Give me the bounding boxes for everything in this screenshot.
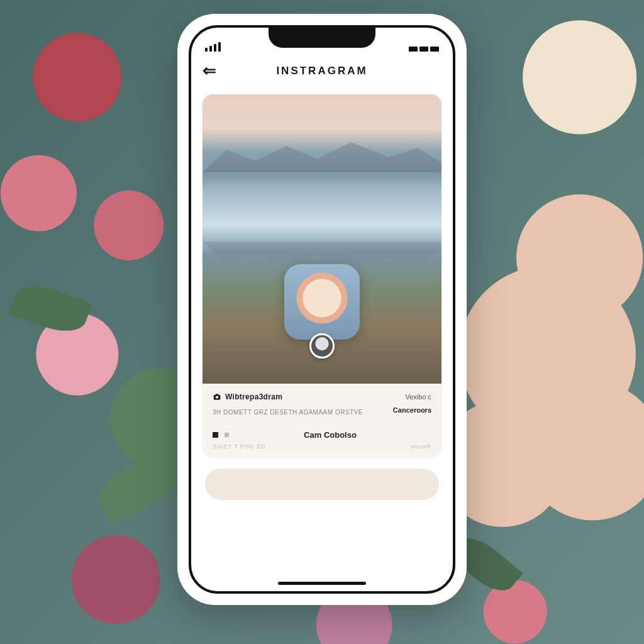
phone-screen: ⇐ INSTRAGRAM Wibtrepa3dram Vexibo c (189, 25, 455, 594)
phone-notch (269, 26, 375, 48)
comment-username[interactable]: Cam Cobolso (235, 430, 425, 440)
comment-input[interactable] (205, 469, 439, 500)
post-meta: Wibtrepa3dram Vexibo c 3H DOMETT GRZ DES… (203, 384, 441, 457)
post-caption: 3H DOMETT GRZ DESETH ADAMAAM ORSTVE (213, 409, 363, 416)
indicator-icon (213, 432, 218, 438)
comment-subtext-right: snonth (411, 443, 431, 450)
overlay-thumbnail[interactable] (284, 264, 360, 340)
back-button[interactable]: ⇐ (203, 61, 216, 80)
phone-frame: ⇐ INSTRAGRAM Wibtrepa3dram Vexibo c (177, 14, 467, 605)
post-image[interactable] (203, 94, 441, 384)
svg-rect-1 (216, 394, 219, 395)
signal-icon (205, 42, 221, 52)
camera-icon (213, 392, 221, 401)
comment-subtext-left: SIAET T FOO SD (213, 443, 266, 450)
post-card: Wibtrepa3dram Vexibo c 3H DOMETT GRZ DES… (203, 94, 441, 457)
username-text: Wibtrepa3dram (225, 392, 282, 401)
svg-point-2 (216, 396, 218, 398)
avatar-icon[interactable] (309, 333, 335, 358)
post-username[interactable]: Wibtrepa3dram (213, 392, 282, 401)
post-location[interactable]: Vexibo c (405, 393, 431, 401)
comment-input-wrap (205, 469, 439, 500)
indicator-icon-2 (225, 433, 229, 437)
post-action[interactable]: Canceroors (393, 406, 431, 414)
battery-icon (409, 47, 439, 52)
divider (213, 423, 431, 424)
app-header: ⇐ INSTRAGRAM (191, 53, 453, 89)
comment-row: Cam Cobolso (213, 430, 431, 440)
home-indicator[interactable] (278, 582, 366, 585)
app-title: INSTRAGRAM (276, 65, 367, 77)
